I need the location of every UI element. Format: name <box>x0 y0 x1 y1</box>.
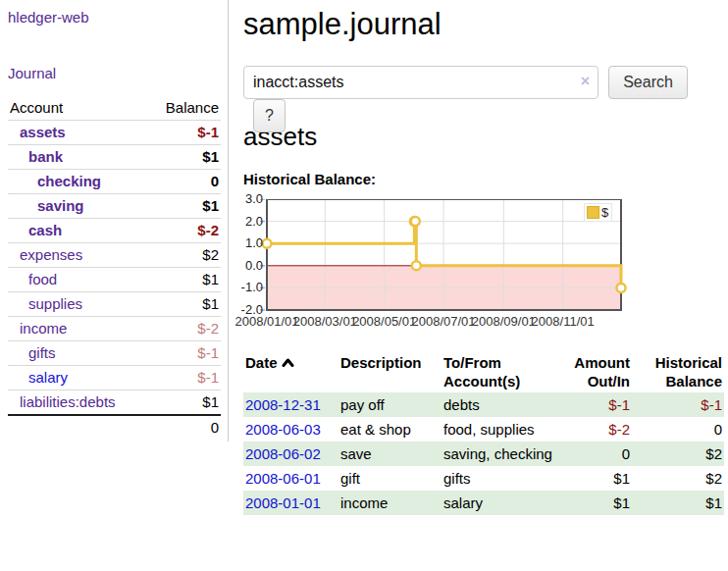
register-row: 2008-06-01giftgifts$1$2 <box>243 466 724 491</box>
transaction-date-link[interactable]: 2008-12-31 <box>245 396 321 413</box>
transaction-accounts: debts <box>442 392 555 417</box>
balance-column-header: Balance <box>147 97 221 121</box>
register-table: Date Description To/From Account(s) Amou… <box>243 351 724 515</box>
account-tree-row: cash$-2 <box>8 219 221 243</box>
account-tree-total-row: 0 <box>8 415 221 440</box>
chart-legend: $ <box>584 203 612 222</box>
transaction-amount: $1 <box>555 466 632 491</box>
y-axis-tick-label: 0.0 <box>240 259 263 273</box>
account-heading: assets <box>243 122 728 151</box>
balance-column-header-register: Historical Balance <box>632 351 724 392</box>
sidebar-account-balance: $-1 <box>147 341 221 366</box>
account-column-header: Account <box>8 97 147 121</box>
sidebar-account-link[interactable]: salary <box>28 369 68 386</box>
transaction-description: gift <box>338 466 442 491</box>
help-button[interactable]: ? <box>253 99 286 132</box>
y-axis-tick-label: 3.0 <box>240 192 263 206</box>
x-axis-tick-label: 2008/11/01 <box>532 314 595 329</box>
register-row: 2008-06-03eat & shopfood, supplies$-20 <box>243 417 724 441</box>
sidebar-account-balance: $1 <box>147 145 221 170</box>
sidebar-account-link[interactable]: expenses <box>20 246 82 263</box>
transaction-date-link[interactable]: 2008-06-02 <box>245 445 321 462</box>
account-tree-row: liabilities:debts$1 <box>8 390 221 416</box>
sidebar-account-balance: $-1 <box>147 366 221 390</box>
clear-search-icon[interactable]: × <box>581 73 590 90</box>
app-brand-link[interactable]: hledger-web <box>8 9 89 26</box>
account-tree-row: bank$1 <box>8 145 221 170</box>
sidebar: hledger-web Journal Account Balance asse… <box>0 0 229 441</box>
transaction-balance: $2 <box>632 466 724 491</box>
y-axis-tick-label: -1.0 <box>240 281 263 294</box>
sidebar-account-link[interactable]: cash <box>28 222 62 238</box>
transaction-amount: $1 <box>555 491 632 515</box>
description-column-header: Description <box>338 351 442 392</box>
legend-label: $ <box>601 205 608 220</box>
transaction-description: eat & shop <box>338 417 442 441</box>
sidebar-item-journal[interactable]: Journal <box>8 65 220 81</box>
sidebar-account-link[interactable]: food <box>28 271 57 287</box>
y-axis-tick-label: 1.0 <box>240 236 263 250</box>
account-tree-row: supplies$1 <box>8 292 221 317</box>
search-button[interactable]: Search <box>608 66 688 99</box>
sidebar-account-link[interactable]: bank <box>28 148 63 165</box>
transaction-amount: $-2 <box>555 417 632 441</box>
sidebar-account-link[interactable]: income <box>20 320 67 337</box>
register-row: 2008-01-01incomesalary$1$1 <box>243 491 724 515</box>
sidebar-account-balance: $2 <box>147 243 221 268</box>
account-tree-row: gifts$-1 <box>8 341 221 366</box>
x-axis-tick-label: 2008/05/01 <box>352 314 416 329</box>
sidebar-account-link[interactable]: gifts <box>28 344 56 361</box>
sort-ascending-icon[interactable] <box>282 353 294 372</box>
y-axis-tick-label: 2.0 <box>240 215 263 229</box>
transaction-date-link[interactable]: 2008-06-01 <box>245 470 321 487</box>
search-input[interactable] <box>243 66 598 99</box>
chart-title: Historical Balance: <box>243 171 728 187</box>
legend-swatch-icon <box>587 206 599 219</box>
transaction-balance: 0 <box>632 417 724 441</box>
account-tree-row: expenses$2 <box>8 243 221 268</box>
transaction-amount: 0 <box>555 441 632 466</box>
sidebar-account-balance: $1 <box>147 390 221 416</box>
account-tree-row: checking0 <box>8 170 221 194</box>
account-tree-row: assets$-1 <box>8 121 221 145</box>
account-tree-row: income$-2 <box>8 317 221 341</box>
account-tree-row: salary$-1 <box>8 366 221 390</box>
register-row: 2008-12-31pay offdebts$-1$-1 <box>243 392 724 417</box>
date-column-header[interactable]: Date <box>243 351 338 392</box>
sidebar-account-link[interactable]: saving <box>37 197 84 214</box>
historical-balance-chart: $ 3.02.01.00.0-1.0-2.02008/01/012008/03/… <box>240 199 662 332</box>
transaction-balance: $1 <box>632 491 724 515</box>
sidebar-account-balance: $-1 <box>147 121 221 145</box>
sidebar-account-balance: $-2 <box>147 317 221 341</box>
sidebar-account-balance: $1 <box>147 194 221 219</box>
sidebar-account-link[interactable]: checking <box>37 173 101 189</box>
sidebar-account-balance: $1 <box>147 268 221 292</box>
main-content: sample.journal × Search ? assets Histori… <box>240 0 728 515</box>
sidebar-account-balance: $-2 <box>147 219 221 243</box>
x-axis-tick-label: 2008/03/01 <box>293 314 357 329</box>
x-axis-tick-label: 2008/07/01 <box>411 314 475 329</box>
transaction-balance: $-1 <box>632 392 724 417</box>
transaction-accounts: salary <box>442 491 555 515</box>
sidebar-account-balance: $1 <box>147 292 221 317</box>
transaction-description: income <box>338 491 442 515</box>
x-axis-tick-label: 2008/09/01 <box>472 314 536 329</box>
amount-column-header: Amount Out/In <box>555 351 632 392</box>
sidebar-account-link[interactable]: liabilities:debts <box>20 393 116 410</box>
x-axis-tick-label: 2008/01/01 <box>234 314 298 329</box>
transaction-accounts: gifts <box>442 466 555 491</box>
transaction-date-link[interactable]: 2008-01-01 <box>245 494 321 511</box>
account-tree-table: Account Balance assets$-1bank$1checking0… <box>8 97 221 440</box>
sidebar-account-link[interactable]: assets <box>20 124 66 140</box>
transaction-balance: $2 <box>632 441 724 466</box>
total-balance: 0 <box>147 415 221 440</box>
account-tree-row: saving$1 <box>8 194 221 219</box>
transaction-description: pay off <box>338 392 442 417</box>
transaction-amount: $-1 <box>555 392 632 417</box>
sidebar-account-link[interactable]: supplies <box>28 295 82 312</box>
transaction-accounts: saving, checking <box>442 441 555 466</box>
page-title: sample.journal <box>243 7 728 42</box>
transaction-date-link[interactable]: 2008-06-03 <box>245 421 321 438</box>
accounts-column-header: To/From Account(s) <box>442 351 555 392</box>
transaction-description: save <box>338 441 442 466</box>
